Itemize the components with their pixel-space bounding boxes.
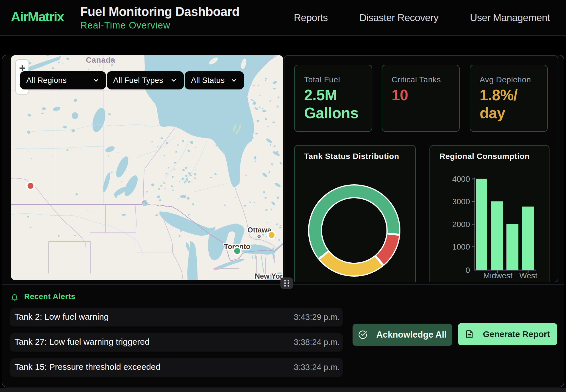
svg-text:1000: 1000 [452, 242, 470, 251]
svg-text:New York: New York [255, 272, 283, 280]
svg-text:West: West [519, 271, 537, 280]
svg-text:4000: 4000 [452, 175, 470, 183]
svg-text:0: 0 [465, 266, 470, 275]
svg-text:3000: 3000 [452, 197, 470, 206]
svg-text:Midwest: Midwest [483, 271, 513, 280]
svg-text:2000: 2000 [452, 220, 470, 229]
svg-text:Canada: Canada [86, 56, 115, 64]
